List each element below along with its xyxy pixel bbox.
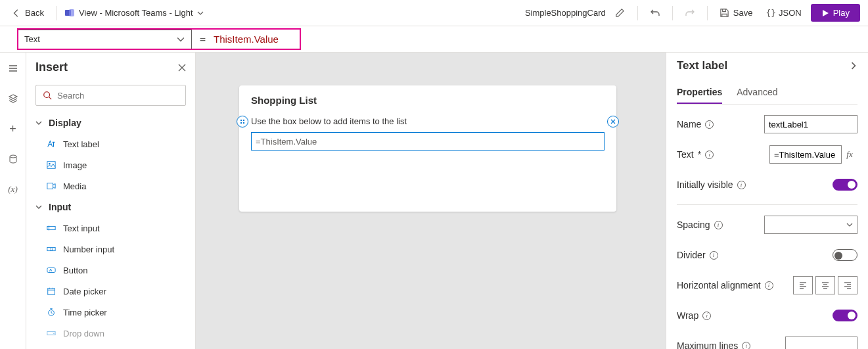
rail-hamburger-button[interactable] — [3, 58, 24, 79]
back-button[interactable]: Back — [8, 5, 48, 20]
divider — [56, 6, 57, 20]
save-button[interactable]: Save — [716, 5, 757, 20]
theme-dropdown[interactable]: View - Microsoft Teams - Light — [64, 8, 204, 18]
insert-text-label[interactable]: Text label — [26, 133, 195, 154]
name-input[interactable] — [764, 115, 857, 133]
category-label: Display — [49, 118, 81, 128]
undo-button[interactable] — [646, 4, 664, 22]
rail-data-button[interactable] — [3, 149, 24, 170]
edit-name-button[interactable] — [611, 4, 629, 22]
prop-visible-label: Initially visible — [677, 179, 733, 190]
property-selector[interactable]: Text — [17, 30, 192, 49]
close-panel-button[interactable] — [178, 64, 186, 72]
max-lines-input[interactable] — [785, 337, 857, 349]
align-right-button[interactable] — [838, 276, 857, 294]
card-preview[interactable]: Shopping List Use the box below to add i… — [239, 85, 616, 212]
info-icon[interactable]: i — [710, 251, 718, 260]
back-label: Back — [25, 8, 44, 18]
info-icon[interactable]: i — [705, 120, 714, 129]
insert-number-input[interactable]: 12 Number input — [26, 239, 195, 260]
divider — [672, 6, 673, 20]
media-icon — [46, 181, 57, 191]
category-display[interactable]: Display — [26, 112, 195, 133]
insert-drop-down[interactable]: Drop down — [26, 323, 195, 344]
category-label: Input — [49, 202, 71, 212]
rail-insert-button[interactable]: + — [3, 118, 24, 139]
play-label: Play — [833, 8, 850, 18]
item-label: Date picker — [63, 287, 106, 296]
expand-props-button[interactable] — [850, 62, 857, 70]
formula-input[interactable]: ThisItem.Value — [214, 34, 868, 45]
info-icon[interactable]: i — [705, 151, 714, 159]
chevron-down-icon — [35, 204, 43, 210]
prop-wrap-label: Wrap — [677, 310, 698, 321]
insert-title: Insert — [35, 60, 68, 74]
svg-rect-11 — [48, 289, 55, 295]
image-icon — [46, 160, 57, 170]
svg-point-5 — [49, 163, 51, 165]
info-icon[interactable]: i — [714, 221, 723, 229]
text-input[interactable] — [769, 145, 842, 164]
chevron-down-icon — [846, 221, 853, 228]
tab-advanced[interactable]: Advanced — [737, 81, 777, 104]
divider-toggle[interactable] — [833, 249, 857, 261]
app-name: SimpleShoppingCard — [525, 8, 606, 18]
play-icon — [821, 9, 829, 17]
text-label-icon — [46, 139, 57, 149]
selected-textlabel[interactable]: =ThisItem.Value — [251, 132, 605, 151]
save-label: Save — [733, 8, 753, 18]
align-right-icon — [843, 281, 852, 290]
category-input[interactable]: Input — [26, 197, 195, 218]
property-selector-value: Text — [24, 34, 40, 44]
info-icon[interactable]: i — [702, 312, 711, 320]
button-icon — [46, 265, 57, 275]
info-icon[interactable]: i — [765, 281, 773, 290]
play-button[interactable]: Play — [811, 4, 860, 22]
date-picker-icon — [46, 286, 57, 296]
undo-icon — [650, 8, 660, 18]
text-input-icon — [46, 223, 57, 233]
item-label: Image — [63, 160, 87, 170]
item-label: Drop down — [63, 329, 104, 338]
redo-icon — [685, 8, 695, 18]
insert-button[interactable]: Button — [26, 260, 195, 281]
json-button[interactable]: {} JSON — [762, 5, 805, 20]
info-icon[interactable]: i — [742, 342, 750, 350]
fx-button[interactable]: fx — [842, 145, 857, 164]
spacing-dropdown[interactable] — [764, 216, 857, 234]
insert-text-input[interactable]: Text input — [26, 218, 195, 239]
item-label: Text label — [63, 139, 99, 149]
props-title: Text label — [677, 59, 727, 72]
insert-media[interactable]: Media — [26, 175, 195, 197]
tab-properties[interactable]: Properties — [677, 81, 722, 104]
wrap-toggle[interactable] — [833, 310, 857, 321]
time-picker-icon — [46, 307, 57, 317]
info-icon[interactable]: i — [737, 181, 746, 189]
value-preview: =ThisItem.Value — [256, 137, 317, 147]
insert-date-picker[interactable]: Date picker — [26, 281, 195, 302]
instruction-text: Use the box below to add items to the li… — [239, 115, 616, 128]
align-center-button[interactable] — [815, 276, 835, 294]
variable-icon: (x) — [8, 184, 17, 195]
search-box[interactable] — [35, 85, 186, 106]
insert-image[interactable]: Image — [26, 154, 195, 175]
visible-toggle[interactable] — [833, 179, 857, 191]
number-input-icon: 12 — [46, 244, 57, 254]
svg-rect-7 — [47, 226, 55, 229]
item-label: Time picker — [63, 308, 107, 317]
chevron-down-icon — [197, 10, 204, 16]
align-left-icon — [798, 281, 808, 290]
design-canvas[interactable]: Shopping List Use the box below to add i… — [196, 53, 666, 349]
align-left-button[interactable] — [793, 276, 813, 294]
redo-button[interactable] — [681, 4, 699, 22]
hamburger-icon — [8, 63, 18, 74]
theme-label: View - Microsoft Teams - Light — [79, 8, 193, 18]
rail-variables-button[interactable]: (x) — [3, 179, 24, 200]
rail-layers-button[interactable] — [3, 88, 24, 109]
insert-time-picker[interactable]: Time picker — [26, 302, 195, 323]
delete-handle[interactable] — [607, 116, 619, 128]
item-label: Media — [63, 181, 86, 191]
database-icon — [8, 154, 18, 164]
search-input[interactable] — [57, 91, 179, 101]
move-handle[interactable] — [237, 116, 248, 128]
